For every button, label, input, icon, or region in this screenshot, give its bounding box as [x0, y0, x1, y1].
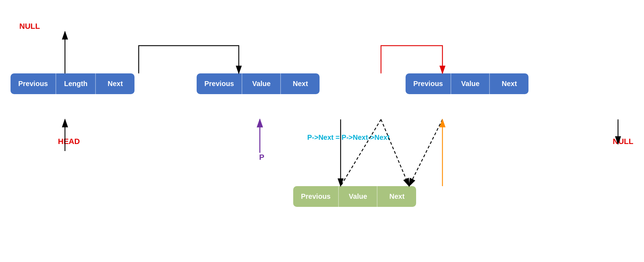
node3-next: Next [490, 73, 528, 94]
node2-previous: Previous [197, 73, 242, 94]
node3-previous: Previous [406, 73, 451, 94]
node2: Previous Value Next [197, 73, 320, 94]
null-top-label: NULL [19, 22, 40, 31]
node1-previous: Previous [11, 73, 56, 94]
null-right-label: NULL [613, 137, 633, 146]
node2-next: Next [281, 73, 320, 94]
node4-value: Value [339, 186, 377, 207]
node1: Previous Length Next [11, 73, 134, 94]
p-label: P [259, 153, 264, 162]
svg-line-11 [381, 119, 409, 186]
node2-value: Value [242, 73, 281, 94]
node4-next: Next [377, 186, 416, 207]
node4-previous: Previous [293, 186, 339, 207]
node3: Previous Value Next [406, 73, 528, 94]
head-label: HEAD [58, 137, 80, 146]
node1-next: Next [96, 73, 134, 94]
node3-value: Value [451, 73, 490, 94]
equation-label: P->Next = P->Next->Next [307, 133, 390, 142]
node4: Previous Value Next [293, 186, 416, 207]
svg-line-10 [341, 119, 381, 186]
node1-length: Length [56, 73, 96, 94]
svg-line-12 [409, 119, 442, 186]
arrows-svg [0, 0, 644, 262]
